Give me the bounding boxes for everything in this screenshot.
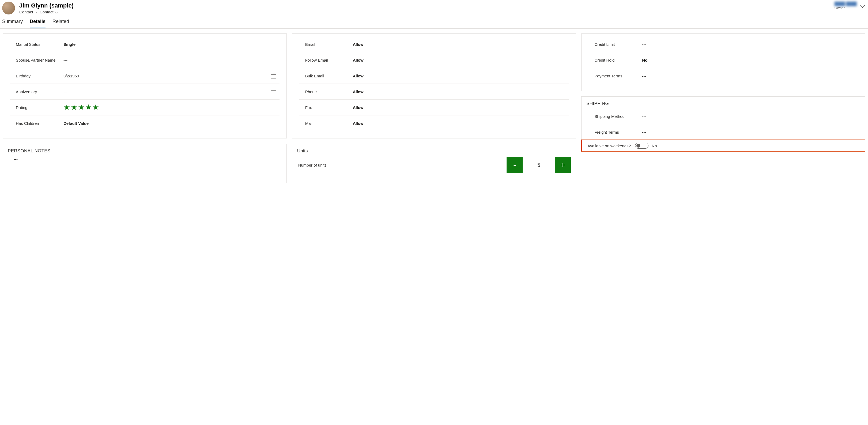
rating-stars[interactable]: ★ ★ ★ ★ ★ <box>63 104 280 111</box>
fax-label: Fax <box>299 105 353 110</box>
col-left: Marital Status Single Spouse/Partner Nam… <box>3 33 287 183</box>
freight-terms-row[interactable]: Freight Terms --- <box>588 124 858 140</box>
star-icon[interactable]: ★ <box>92 104 99 111</box>
spouse-value: --- <box>63 58 280 62</box>
credit-panel: Credit Limit --- Credit Hold No Payment … <box>581 33 865 91</box>
contact-prefs-panel: Email Allow Follow Email Allow Bulk Emai… <box>292 33 576 139</box>
rating-row[interactable]: Rating ★ ★ ★ ★ ★ <box>10 100 280 115</box>
birthday-label: Birthday <box>10 74 63 78</box>
entity-label: Contact <box>19 10 33 14</box>
has-children-value: Default Value <box>63 121 280 126</box>
toggle-knob <box>637 144 640 148</box>
col-right: Credit Limit --- Credit Hold No Payment … <box>581 33 865 183</box>
page-title: Jim Glynn (sample) <box>19 2 74 9</box>
rating-value: ★ ★ ★ ★ ★ <box>63 104 280 111</box>
star-icon[interactable]: ★ <box>63 104 70 111</box>
decrement-button[interactable]: - <box>506 157 523 173</box>
phone-value: Allow <box>353 89 569 94</box>
spouse-label: Spouse/Partner Name <box>10 58 63 62</box>
star-icon[interactable]: ★ <box>85 104 92 111</box>
available-weekends-label: Available on weekends? <box>582 143 635 149</box>
phone-label: Phone <box>299 89 353 94</box>
star-icon[interactable]: ★ <box>71 104 78 111</box>
email-label: Email <box>299 42 353 47</box>
freight-terms-label: Freight Terms <box>588 130 642 134</box>
chevron-down-icon <box>860 2 865 8</box>
bulk-email-value: Allow <box>353 74 569 78</box>
toggle-value-text: No <box>652 144 657 148</box>
shipping-title: SHIPPING <box>582 97 865 109</box>
payment-terms-value: --- <box>642 74 858 78</box>
shipping-method-label: Shipping Method <box>588 114 642 119</box>
fax-value: Allow <box>353 105 569 110</box>
header-left: Jim Glynn (sample) Contact · Contact <box>2 2 74 14</box>
follow-email-row[interactable]: Follow Email Allow <box>299 52 569 68</box>
shipping-method-row[interactable]: Shipping Method --- <box>588 109 858 124</box>
available-weekends-control: No <box>635 143 657 149</box>
has-children-row[interactable]: Has Children Default Value <box>10 115 280 131</box>
follow-email-label: Follow Email <box>299 58 353 62</box>
star-icon[interactable]: ★ <box>78 104 85 111</box>
payment-terms-row[interactable]: Payment Terms --- <box>588 68 858 84</box>
personal-notes-value[interactable]: --- <box>3 156 286 183</box>
birthday-value: 3/2/1959 <box>63 74 268 78</box>
mail-value: Allow <box>353 121 569 126</box>
mail-row[interactable]: Mail Allow <box>299 115 569 131</box>
calendar-icon <box>271 73 276 79</box>
credit-hold-row[interactable]: Credit Hold No <box>588 52 858 68</box>
avatar <box>2 2 15 14</box>
units-panel: Units Number of units - 5 + <box>292 144 576 179</box>
subtitle-row: Contact · Contact <box>19 10 74 14</box>
birthday-row[interactable]: Birthday 3/2/1959 <box>10 68 280 84</box>
content-grid: Marital Status Single Spouse/Partner Nam… <box>0 29 868 188</box>
record-tabs: Summary Details Related <box>0 14 868 29</box>
title-block: Jim Glynn (sample) Contact · Contact <box>19 2 74 14</box>
tab-summary[interactable]: Summary <box>2 19 23 28</box>
owner-block[interactable]: ████ ████ Owner <box>835 2 866 10</box>
credit-limit-label: Credit Limit <box>588 42 642 47</box>
anniversary-value: --- <box>63 89 268 94</box>
owner-name: ████ ████ <box>835 2 857 6</box>
payment-terms-label: Payment Terms <box>588 74 642 78</box>
shipping-panel: SHIPPING Shipping Method --- Freight Ter… <box>581 96 865 152</box>
freight-terms-value: --- <box>642 130 858 134</box>
units-label: Number of units <box>298 163 352 168</box>
has-children-label: Has Children <box>10 121 63 126</box>
mail-label: Mail <box>299 121 353 126</box>
tab-details[interactable]: Details <box>30 19 45 28</box>
personal-notes-panel: PERSONAL NOTES --- <box>3 144 287 183</box>
units-stepper: - 5 + <box>506 157 571 173</box>
units-title: Units <box>292 144 576 156</box>
marital-status-row[interactable]: Marital Status Single <box>10 36 280 52</box>
marital-status-value: Single <box>63 42 280 47</box>
email-row[interactable]: Email Allow <box>299 36 569 52</box>
credit-hold-value: No <box>642 58 858 62</box>
personal-panel: Marital Status Single Spouse/Partner Nam… <box>3 33 287 139</box>
entity-selector[interactable]: Contact <box>40 10 58 14</box>
units-row: Number of units - 5 + <box>292 156 576 173</box>
fax-row[interactable]: Fax Allow <box>299 100 569 115</box>
owner-label: Owner <box>835 6 857 10</box>
toggle-switch[interactable] <box>635 143 648 149</box>
birthday-calendar-button[interactable] <box>268 73 280 79</box>
bulk-email-row[interactable]: Bulk Email Allow <box>299 68 569 84</box>
increment-button[interactable]: + <box>555 157 571 173</box>
credit-hold-label: Credit Hold <box>588 58 642 62</box>
tab-related[interactable]: Related <box>53 19 69 28</box>
available-weekends-row[interactable]: Available on weekends? No <box>582 140 865 151</box>
units-value[interactable]: 5 <box>523 162 555 168</box>
follow-email-value: Allow <box>353 58 569 62</box>
separator-dot: · <box>36 10 37 14</box>
personal-notes-title: PERSONAL NOTES <box>3 144 286 156</box>
col-middle: Email Allow Follow Email Allow Bulk Emai… <box>292 33 576 183</box>
anniversary-calendar-button[interactable] <box>268 89 280 94</box>
rating-label: Rating <box>10 105 63 110</box>
email-value: Allow <box>353 42 569 47</box>
chevron-down-icon <box>55 9 58 13</box>
spouse-row[interactable]: Spouse/Partner Name --- <box>10 52 280 68</box>
entity-selector-label: Contact <box>40 10 54 14</box>
bulk-email-label: Bulk Email <box>299 74 353 78</box>
anniversary-row[interactable]: Anniversary --- <box>10 84 280 100</box>
credit-limit-row[interactable]: Credit Limit --- <box>588 36 858 52</box>
phone-row[interactable]: Phone Allow <box>299 84 569 100</box>
